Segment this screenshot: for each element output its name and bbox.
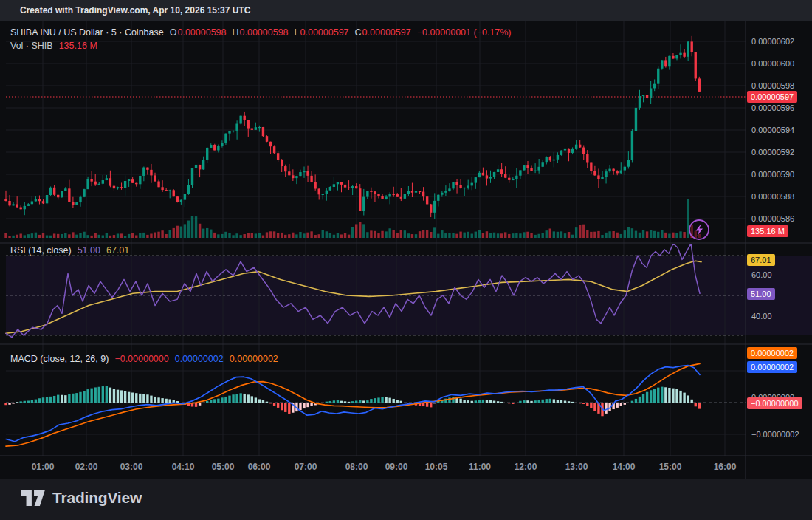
time-tick-label: 11:00 (469, 462, 491, 472)
time-tick-label: 06:00 (248, 462, 271, 472)
axis-label: 0.00000602 (751, 37, 794, 46)
time-tick-label: 12:00 (515, 462, 537, 472)
time-axis[interactable]: 01:0002:0003:0004:1005:0006:0007:0008:00… (0, 456, 746, 479)
rsi-value-badge: 51.00 (747, 288, 775, 300)
time-tick-label: 08:00 (345, 462, 368, 472)
tradingview-logo-icon (21, 490, 46, 506)
open-value: O0.00000598 (170, 27, 227, 38)
symbol-ohlc-row: SHIBA INU / US Dollar · 5 · Coinbase O0.… (10, 27, 512, 38)
time-tick-label: 09:00 (385, 462, 408, 472)
volume-badge: 135.16 M (747, 225, 788, 237)
low-value: L0.00000597 (295, 27, 349, 38)
rsi-title: RSI (14, close) (10, 244, 72, 256)
time-tick-label: 07:00 (295, 462, 317, 472)
volume-value: 135.16 M (59, 40, 97, 52)
axis-label: 0.00000590 (751, 170, 794, 179)
macd-hist-value: −0.00000000 (114, 353, 168, 365)
macd-hist-badge: −0.00000000 (747, 397, 802, 409)
time-tick-label: 04:10 (172, 462, 195, 472)
time-tick-label: 16:00 (714, 462, 737, 472)
footer-bar: TradingView (0, 479, 812, 520)
volume-label: Vol · SHIB (10, 40, 53, 52)
rsi-ma-value: 67.01 (106, 244, 129, 256)
macd-signal-value: 0.00000002 (230, 353, 278, 365)
axis-label: 0.00000596 (751, 103, 794, 112)
tradingview-chart-window: Created with TradingView.com, Apr 10, 20… (0, 0, 812, 520)
high-value: H0.00000598 (233, 27, 289, 38)
macd-title: MACD (close, 12, 26, 9) (10, 353, 109, 365)
axis-label: 60.00 (751, 270, 772, 279)
time-tick-label: 01:00 (32, 462, 55, 472)
time-tick-label: 14:00 (613, 462, 636, 472)
macd-value-badge: 0.00000002 (747, 361, 797, 373)
symbol-title[interactable]: SHIBA INU / US Dollar · 5 · Coinbase (10, 27, 164, 38)
time-tick-label: 05:00 (212, 462, 235, 472)
macd-legend[interactable]: MACD (close, 12, 26, 9) −0.00000000 0.00… (10, 353, 278, 365)
main-series-legend[interactable]: SHIBA INU / US Dollar · 5 · Coinbase O0.… (10, 27, 512, 52)
axis-label: 0.00000598 (751, 81, 794, 90)
axis-label: −0.00000002 (751, 430, 799, 439)
rsi-value: 51.00 (78, 244, 100, 256)
macd-line-value: 0.00000002 (175, 353, 224, 365)
time-tick-label: 10:05 (425, 462, 448, 472)
time-tick-label: 13:00 (565, 462, 588, 472)
quick-trade-button[interactable] (689, 220, 709, 239)
axis-label: 0.00000586 (751, 214, 794, 223)
last-price-badge: 0.00000597 (747, 91, 797, 103)
tradingview-logo-text: TradingView (52, 489, 142, 507)
time-tick-label: 03:00 (120, 462, 143, 472)
macd-row: MACD (close, 12, 26, 9) −0.00000000 0.00… (10, 353, 278, 365)
time-tick-label: 15:00 (659, 462, 682, 472)
price-axis[interactable]: 0.000006020.000006000.000005980.00000596… (746, 21, 812, 479)
rsi-row: RSI (14, close) 51.00 67.01 (10, 244, 129, 256)
axis-label: 0.00000588 (751, 192, 794, 201)
macd-signal-badge: 0.00000002 (747, 347, 797, 359)
axis-label: 0.00000592 (751, 148, 794, 157)
chart-canvas[interactable] (0, 0, 812, 520)
close-value: C0.00000597 (355, 27, 411, 38)
rsi-legend[interactable]: RSI (14, close) 51.00 67.01 (10, 244, 129, 256)
tradingview-logo[interactable]: TradingView (21, 489, 142, 507)
axis-label: 0.00000594 (751, 126, 794, 134)
axis-label: 40.00 (751, 312, 772, 321)
rsi-ma-badge: 67.01 (747, 254, 775, 266)
volume-row: Vol · SHIB 135.16 M (10, 40, 512, 52)
axis-label: 0.00000600 (751, 59, 794, 68)
time-tick-label: 02:00 (75, 462, 98, 472)
change-value: −0.00000001 (−0.17%) (417, 27, 512, 38)
